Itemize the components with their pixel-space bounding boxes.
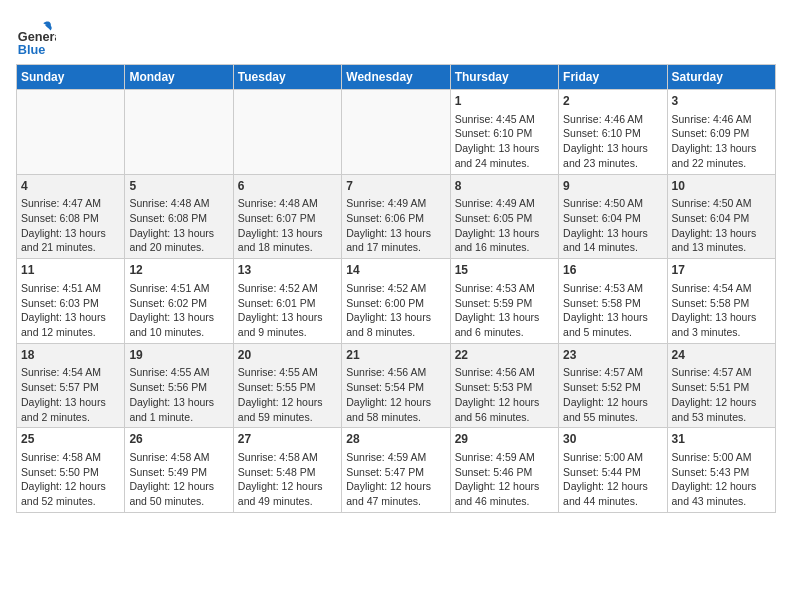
calendar-week-row: 4Sunrise: 4:47 AM Sunset: 6:08 PM Daylig…	[17, 174, 776, 259]
day-number: 22	[455, 347, 554, 364]
calendar-cell: 11Sunrise: 4:51 AM Sunset: 6:03 PM Dayli…	[17, 259, 125, 344]
day-number: 20	[238, 347, 337, 364]
calendar-cell: 19Sunrise: 4:55 AM Sunset: 5:56 PM Dayli…	[125, 343, 233, 428]
calendar-cell: 31Sunrise: 5:00 AM Sunset: 5:43 PM Dayli…	[667, 428, 775, 513]
weekday-header-row: SundayMondayTuesdayWednesdayThursdayFrid…	[17, 65, 776, 90]
day-number: 8	[455, 178, 554, 195]
weekday-header: Thursday	[450, 65, 558, 90]
calendar-cell	[17, 90, 125, 175]
day-number: 24	[672, 347, 771, 364]
weekday-header: Saturday	[667, 65, 775, 90]
day-number: 13	[238, 262, 337, 279]
day-number: 27	[238, 431, 337, 448]
logo-icon: General Blue	[16, 16, 56, 56]
day-info: Sunrise: 4:58 AM Sunset: 5:48 PM Dayligh…	[238, 450, 337, 509]
calendar-cell: 17Sunrise: 4:54 AM Sunset: 5:58 PM Dayli…	[667, 259, 775, 344]
calendar-cell: 18Sunrise: 4:54 AM Sunset: 5:57 PM Dayli…	[17, 343, 125, 428]
day-number: 16	[563, 262, 662, 279]
day-number: 19	[129, 347, 228, 364]
day-number: 18	[21, 347, 120, 364]
day-number: 31	[672, 431, 771, 448]
calendar-cell: 24Sunrise: 4:57 AM Sunset: 5:51 PM Dayli…	[667, 343, 775, 428]
day-number: 7	[346, 178, 445, 195]
day-number: 2	[563, 93, 662, 110]
day-info: Sunrise: 5:00 AM Sunset: 5:43 PM Dayligh…	[672, 450, 771, 509]
day-info: Sunrise: 4:51 AM Sunset: 6:02 PM Dayligh…	[129, 281, 228, 340]
day-info: Sunrise: 4:56 AM Sunset: 5:54 PM Dayligh…	[346, 365, 445, 424]
day-info: Sunrise: 4:53 AM Sunset: 5:59 PM Dayligh…	[455, 281, 554, 340]
svg-text:Blue: Blue	[18, 42, 46, 56]
day-info: Sunrise: 4:54 AM Sunset: 5:58 PM Dayligh…	[672, 281, 771, 340]
calendar-cell: 16Sunrise: 4:53 AM Sunset: 5:58 PM Dayli…	[559, 259, 667, 344]
day-info: Sunrise: 4:59 AM Sunset: 5:46 PM Dayligh…	[455, 450, 554, 509]
day-number: 10	[672, 178, 771, 195]
day-number: 26	[129, 431, 228, 448]
calendar-cell: 23Sunrise: 4:57 AM Sunset: 5:52 PM Dayli…	[559, 343, 667, 428]
day-info: Sunrise: 4:52 AM Sunset: 6:00 PM Dayligh…	[346, 281, 445, 340]
day-number: 9	[563, 178, 662, 195]
day-info: Sunrise: 4:50 AM Sunset: 6:04 PM Dayligh…	[672, 196, 771, 255]
calendar-cell: 2Sunrise: 4:46 AM Sunset: 6:10 PM Daylig…	[559, 90, 667, 175]
day-info: Sunrise: 4:57 AM Sunset: 5:51 PM Dayligh…	[672, 365, 771, 424]
calendar-cell: 29Sunrise: 4:59 AM Sunset: 5:46 PM Dayli…	[450, 428, 558, 513]
day-info: Sunrise: 4:46 AM Sunset: 6:09 PM Dayligh…	[672, 112, 771, 171]
day-number: 4	[21, 178, 120, 195]
day-number: 12	[129, 262, 228, 279]
day-number: 28	[346, 431, 445, 448]
calendar-cell: 9Sunrise: 4:50 AM Sunset: 6:04 PM Daylig…	[559, 174, 667, 259]
weekday-header: Sunday	[17, 65, 125, 90]
day-number: 25	[21, 431, 120, 448]
calendar-cell: 10Sunrise: 4:50 AM Sunset: 6:04 PM Dayli…	[667, 174, 775, 259]
calendar-cell	[342, 90, 450, 175]
day-info: Sunrise: 4:58 AM Sunset: 5:50 PM Dayligh…	[21, 450, 120, 509]
day-number: 30	[563, 431, 662, 448]
day-info: Sunrise: 4:59 AM Sunset: 5:47 PM Dayligh…	[346, 450, 445, 509]
day-info: Sunrise: 4:56 AM Sunset: 5:53 PM Dayligh…	[455, 365, 554, 424]
day-number: 23	[563, 347, 662, 364]
day-number: 15	[455, 262, 554, 279]
calendar-cell: 6Sunrise: 4:48 AM Sunset: 6:07 PM Daylig…	[233, 174, 341, 259]
day-info: Sunrise: 4:48 AM Sunset: 6:08 PM Dayligh…	[129, 196, 228, 255]
calendar-cell: 26Sunrise: 4:58 AM Sunset: 5:49 PM Dayli…	[125, 428, 233, 513]
day-number: 17	[672, 262, 771, 279]
day-number: 6	[238, 178, 337, 195]
calendar-cell: 13Sunrise: 4:52 AM Sunset: 6:01 PM Dayli…	[233, 259, 341, 344]
calendar-cell: 8Sunrise: 4:49 AM Sunset: 6:05 PM Daylig…	[450, 174, 558, 259]
day-number: 29	[455, 431, 554, 448]
calendar-week-row: 25Sunrise: 4:58 AM Sunset: 5:50 PM Dayli…	[17, 428, 776, 513]
calendar-cell: 20Sunrise: 4:55 AM Sunset: 5:55 PM Dayli…	[233, 343, 341, 428]
calendar-cell	[233, 90, 341, 175]
day-info: Sunrise: 4:49 AM Sunset: 6:05 PM Dayligh…	[455, 196, 554, 255]
day-info: Sunrise: 4:46 AM Sunset: 6:10 PM Dayligh…	[563, 112, 662, 171]
calendar-cell: 28Sunrise: 4:59 AM Sunset: 5:47 PM Dayli…	[342, 428, 450, 513]
day-info: Sunrise: 4:47 AM Sunset: 6:08 PM Dayligh…	[21, 196, 120, 255]
day-info: Sunrise: 4:52 AM Sunset: 6:01 PM Dayligh…	[238, 281, 337, 340]
day-number: 3	[672, 93, 771, 110]
day-info: Sunrise: 4:50 AM Sunset: 6:04 PM Dayligh…	[563, 196, 662, 255]
calendar-week-row: 1Sunrise: 4:45 AM Sunset: 6:10 PM Daylig…	[17, 90, 776, 175]
calendar-cell: 21Sunrise: 4:56 AM Sunset: 5:54 PM Dayli…	[342, 343, 450, 428]
day-info: Sunrise: 4:58 AM Sunset: 5:49 PM Dayligh…	[129, 450, 228, 509]
day-info: Sunrise: 4:54 AM Sunset: 5:57 PM Dayligh…	[21, 365, 120, 424]
calendar-cell: 14Sunrise: 4:52 AM Sunset: 6:00 PM Dayli…	[342, 259, 450, 344]
day-info: Sunrise: 4:55 AM Sunset: 5:56 PM Dayligh…	[129, 365, 228, 424]
calendar-cell: 30Sunrise: 5:00 AM Sunset: 5:44 PM Dayli…	[559, 428, 667, 513]
day-info: Sunrise: 4:49 AM Sunset: 6:06 PM Dayligh…	[346, 196, 445, 255]
day-info: Sunrise: 4:53 AM Sunset: 5:58 PM Dayligh…	[563, 281, 662, 340]
day-info: Sunrise: 4:57 AM Sunset: 5:52 PM Dayligh…	[563, 365, 662, 424]
calendar-cell: 27Sunrise: 4:58 AM Sunset: 5:48 PM Dayli…	[233, 428, 341, 513]
day-info: Sunrise: 4:45 AM Sunset: 6:10 PM Dayligh…	[455, 112, 554, 171]
day-number: 21	[346, 347, 445, 364]
calendar-week-row: 18Sunrise: 4:54 AM Sunset: 5:57 PM Dayli…	[17, 343, 776, 428]
calendar-cell: 1Sunrise: 4:45 AM Sunset: 6:10 PM Daylig…	[450, 90, 558, 175]
weekday-header: Friday	[559, 65, 667, 90]
calendar-cell	[125, 90, 233, 175]
day-info: Sunrise: 5:00 AM Sunset: 5:44 PM Dayligh…	[563, 450, 662, 509]
calendar-cell: 5Sunrise: 4:48 AM Sunset: 6:08 PM Daylig…	[125, 174, 233, 259]
calendar-cell: 22Sunrise: 4:56 AM Sunset: 5:53 PM Dayli…	[450, 343, 558, 428]
calendar-table: SundayMondayTuesdayWednesdayThursdayFrid…	[16, 64, 776, 513]
day-info: Sunrise: 4:51 AM Sunset: 6:03 PM Dayligh…	[21, 281, 120, 340]
calendar-cell: 15Sunrise: 4:53 AM Sunset: 5:59 PM Dayli…	[450, 259, 558, 344]
weekday-header: Wednesday	[342, 65, 450, 90]
calendar-cell: 4Sunrise: 4:47 AM Sunset: 6:08 PM Daylig…	[17, 174, 125, 259]
